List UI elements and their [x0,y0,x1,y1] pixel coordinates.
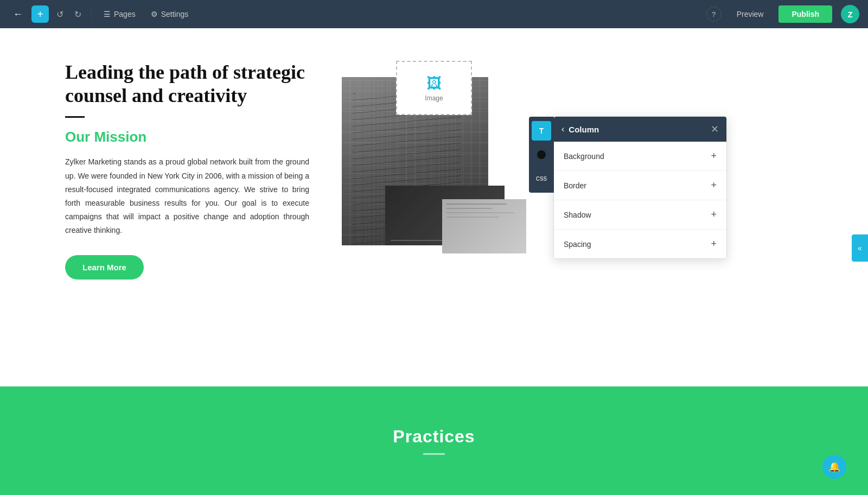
panel-row-shadow[interactable]: Shadow + [554,200,726,230]
main-title: Leading the path of strategic counsel an… [65,61,309,107]
settings-label: Settings [161,10,189,18]
panel-header: ‹ Column ✕ [554,117,726,142]
separator [91,8,92,21]
background-plus-button[interactable]: + [711,150,717,162]
settings-button[interactable]: ⚙ Settings [145,8,194,21]
mission-heading: Our Mission [65,129,309,145]
panel-row-background[interactable]: Background + [554,142,726,171]
shadow-label: Shadow [564,211,591,219]
practices-heading: Practices [393,427,475,447]
avatar[interactable]: Z [841,5,859,23]
learn-more-button[interactable]: Learn More [65,255,144,280]
green-section: Practices 🔔 [0,386,868,495]
right-column: 🖼 Image [342,61,526,267]
panel-back-button[interactable]: ‹ [561,124,569,134]
image-placeholder-label: Image [425,94,443,102]
panel-title: Column [569,125,711,134]
border-plus-button[interactable]: + [711,180,717,191]
preview-button[interactable]: Preview [726,7,775,22]
pages-icon: ☰ [104,10,111,18]
pages-button[interactable]: ☰ Pages [98,8,141,21]
pages-label: Pages [114,10,136,18]
panel-row-spacing[interactable]: Spacing + [554,230,726,258]
topnav: ← + ↺ ↻ ☰ Pages ⚙ Settings ? Preview Pub… [0,0,868,28]
column-panel: T CSS ‹ Column ✕ Background + Border + S… [553,116,727,259]
panel-close-button[interactable]: ✕ [711,123,719,135]
mission-text: Zylker Marketing stands as a proud globa… [65,155,309,237]
image-placeholder-icon: 🖼 [426,74,442,92]
canvas-area: Leading the path of strategic counsel an… [0,28,868,386]
title-underline [65,116,85,118]
background-label: Background [564,152,604,161]
spacing-label: Spacing [564,240,591,249]
panel-tab-text[interactable]: T [532,121,551,141]
newspaper-image [442,199,526,253]
notification-button[interactable]: 🔔 [822,455,846,479]
practices-underline [423,453,445,455]
panel-tab-style[interactable] [532,145,551,164]
panel-tab-css[interactable]: CSS [532,169,551,188]
settings-icon: ⚙ [151,10,158,18]
back-button[interactable]: ← [9,7,27,22]
publish-button[interactable]: Publish [778,5,832,23]
undo-button[interactable]: ↺ [53,7,67,22]
redo-button[interactable]: ↻ [71,7,85,22]
border-label: Border [564,181,586,190]
circle-icon [537,150,546,159]
add-button[interactable]: + [31,5,49,23]
help-button[interactable]: ? [706,7,722,22]
image-placeholder[interactable]: 🖼 Image [396,61,472,115]
collapse-panel-button[interactable]: « [852,234,868,262]
spacing-plus-button[interactable]: + [711,238,717,250]
left-column: Leading the path of strategic counsel an… [65,61,309,280]
content-section: Leading the path of strategic counsel an… [0,28,570,312]
panel-row-border[interactable]: Border + [554,171,726,200]
panel-tab-group: T CSS [529,117,554,193]
shadow-plus-button[interactable]: + [711,209,717,220]
